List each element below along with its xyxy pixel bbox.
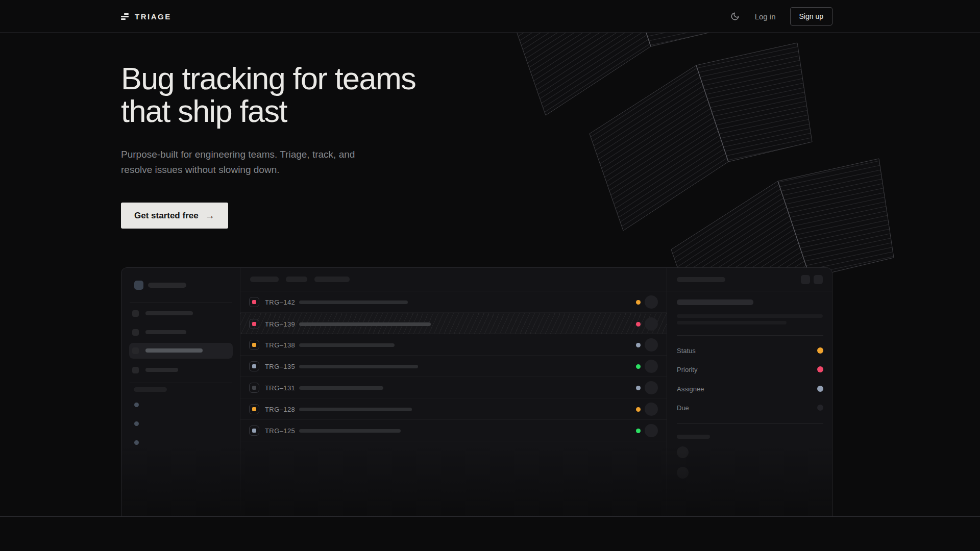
- login-link[interactable]: Log in: [755, 12, 776, 21]
- detail-action-button: [814, 275, 823, 284]
- detail-text-skeleton: [677, 321, 787, 324]
- brand-logo[interactable]: TRIAGE: [121, 12, 172, 21]
- issue-title-skeleton: [299, 343, 395, 347]
- headline-line-2: that ship fast: [121, 94, 287, 129]
- issue-type-icon: [249, 383, 259, 393]
- nav-item-icon: [132, 367, 139, 373]
- get-started-button[interactable]: Get started free →: [121, 203, 228, 229]
- nav-item-skeleton: [145, 348, 203, 353]
- sidebar-divider: [130, 383, 232, 383]
- issue-row: TRG–131: [240, 377, 667, 398]
- field-label: Priority: [677, 366, 697, 373]
- activity-label-skeleton: [677, 435, 710, 439]
- nav-item-icon: [132, 310, 139, 317]
- signup-button[interactable]: Sign up: [790, 7, 832, 26]
- workspace-name-skeleton: [148, 283, 186, 288]
- theme-toggle-button[interactable]: [730, 11, 741, 21]
- field-label: Due: [677, 404, 689, 412]
- detail-header: [667, 268, 832, 291]
- hero-headline: Bug tracking for teams that ship fast: [121, 62, 415, 128]
- sidebar-divider: [130, 302, 232, 303]
- app-mockup-card: TRG–142 TRG–139 TRG–138 TR: [121, 267, 832, 517]
- issue-id: TRG–139: [265, 320, 295, 328]
- get-started-label: Get started free: [134, 211, 199, 221]
- issue-status-dot: [636, 407, 641, 412]
- nav-item-skeleton: [145, 368, 178, 372]
- issue-row: TRG–135: [240, 356, 667, 377]
- issue-status-dot: [636, 364, 641, 369]
- issue-type-icon: [249, 425, 259, 436]
- detail-field-status: Status: [667, 345, 832, 356]
- issue-title-skeleton: [299, 322, 431, 326]
- filter-skeleton: [286, 277, 307, 282]
- filter-skeleton: [250, 277, 279, 282]
- issue-status-dot: [636, 322, 641, 327]
- detail-divider: [677, 335, 823, 336]
- detail-text-skeleton: [677, 314, 823, 318]
- nav-item-icon: [132, 329, 139, 336]
- issue-avatar: [645, 403, 658, 416]
- issue-type-icon: [249, 297, 259, 307]
- field-label: Assignee: [677, 385, 704, 393]
- top-nav: TRIAGE Log in Sign up: [0, 0, 980, 33]
- issue-title-skeleton: [299, 408, 412, 411]
- moon-icon: [730, 12, 740, 21]
- issue-row: TRG–128: [240, 398, 667, 420]
- detail-issue-title-skeleton: [677, 299, 753, 305]
- issue-row-selected: TRG–139: [240, 313, 667, 334]
- priority-value-dot: [817, 366, 823, 372]
- field-label: Status: [677, 347, 696, 355]
- nav-item-skeleton: [145, 330, 186, 334]
- section-divider: [0, 516, 980, 517]
- issue-title-skeleton: [299, 300, 408, 304]
- detail-field-priority: Priority: [667, 364, 832, 374]
- issue-title-skeleton: [299, 386, 383, 390]
- sidebar-bullet: [134, 421, 139, 426]
- activity-avatar: [677, 467, 689, 479]
- issue-type-icon: [249, 340, 259, 350]
- issue-id: TRG–142: [265, 298, 295, 306]
- sidebar-nav-item-active: [129, 343, 233, 359]
- issue-id: TRG–138: [265, 341, 295, 349]
- triage-logo-icon: [121, 13, 129, 20]
- status-value-dot: [817, 347, 823, 354]
- brand-name: TRIAGE: [135, 12, 172, 21]
- sidebar-nav-item: [129, 362, 233, 378]
- filter-skeleton: [314, 277, 350, 282]
- assignee-value-dot: [817, 386, 823, 392]
- mockup-detail-panel: Status Priority Assignee Due: [667, 268, 832, 517]
- issue-type-icon: [249, 404, 259, 414]
- issue-avatar: [645, 360, 658, 373]
- issue-row: TRG–138: [240, 334, 667, 356]
- issue-status-dot: [636, 300, 641, 305]
- sidebar-bullet: [134, 440, 139, 445]
- landing-page: TRIAGE Log in Sign up Bug tracking for t…: [0, 0, 980, 551]
- issue-row: TRG–125: [240, 420, 667, 441]
- issue-id: TRG–135: [265, 363, 295, 370]
- nav-item-skeleton: [145, 311, 193, 315]
- workspace-avatar: [134, 281, 143, 290]
- issue-avatar: [645, 381, 658, 394]
- detail-field-assignee: Assignee: [667, 384, 832, 394]
- arrow-right-icon: →: [205, 210, 215, 221]
- nav-item-icon: [132, 347, 139, 354]
- issue-status-dot: [636, 429, 641, 433]
- issue-row: TRG–142: [240, 291, 667, 313]
- detail-action-button: [801, 275, 810, 284]
- issue-status-dot: [636, 343, 641, 347]
- mockup-issue-list: TRG–142 TRG–139 TRG–138 TR: [240, 268, 667, 517]
- headline-line-1: Bug tracking for teams: [121, 61, 415, 96]
- issue-avatar: [645, 338, 658, 352]
- issue-type-icon: [249, 319, 259, 329]
- sidebar-bullet: [134, 403, 139, 407]
- issue-type-icon: [249, 361, 259, 371]
- issue-avatar: [645, 295, 658, 309]
- issue-status-dot: [636, 386, 641, 390]
- list-header: [240, 268, 667, 291]
- issue-id: TRG–128: [265, 406, 295, 413]
- issue-avatar: [645, 424, 658, 437]
- sidebar-nav-item: [129, 324, 233, 340]
- subtitle-line-2: resolve issues without slowing down.: [121, 164, 280, 175]
- issue-avatar: [645, 317, 658, 331]
- due-value-dot: [817, 405, 823, 411]
